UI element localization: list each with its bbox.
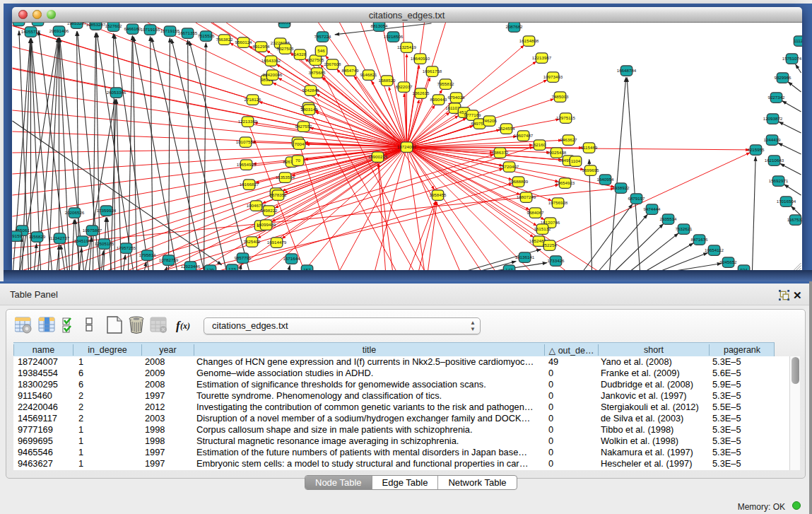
svg-text:10654112: 10654112 (704, 247, 724, 252)
svg-text:12923446: 12923446 (180, 264, 200, 269)
svg-text:9227342: 9227342 (767, 95, 785, 100)
svg-text:12505185: 12505185 (94, 241, 114, 246)
svg-text:1156829: 1156829 (28, 234, 45, 239)
svg-text:7955812: 7955812 (437, 81, 454, 86)
svg-text:6466160: 6466160 (124, 26, 141, 31)
svg-text:7386372: 7386372 (491, 150, 509, 155)
svg-text:157: 157 (303, 267, 311, 271)
svg-text:123: 123 (228, 267, 236, 271)
svg-text:9115469: 9115469 (580, 145, 597, 150)
svg-text:14328: 14328 (293, 52, 306, 57)
svg-text:9245652: 9245652 (719, 259, 737, 264)
svg-text:12342737: 12342737 (49, 235, 69, 240)
svg-text:18640910: 18640910 (410, 56, 430, 61)
svg-text:9427552: 9427552 (295, 124, 312, 129)
svg-text:1362615: 1362615 (412, 90, 430, 95)
svg-text:10853287: 10853287 (86, 23, 105, 27)
svg-text:16648784: 16648784 (616, 68, 636, 73)
svg-text:19218506: 19218506 (383, 34, 403, 39)
svg-text:14055712: 14055712 (20, 29, 40, 34)
svg-text:19654925: 19654925 (236, 162, 256, 167)
svg-text:924: 924 (740, 267, 748, 271)
svg-text:11353594: 11353594 (275, 175, 295, 180)
svg-text:10607487: 10607487 (513, 133, 533, 138)
svg-text:16961758: 16961758 (422, 69, 442, 74)
svg-text:16543362: 16543362 (261, 58, 281, 63)
svg-text:9474444: 9474444 (643, 206, 661, 211)
svg-text:9777169: 9777169 (464, 112, 481, 117)
svg-text:1958455: 1958455 (429, 192, 447, 197)
svg-text:16914479: 16914479 (266, 240, 286, 245)
svg-text:20206526: 20206526 (64, 210, 84, 215)
svg-text:546: 546 (317, 48, 325, 53)
svg-text:129: 129 (206, 267, 214, 271)
svg-text:16154808: 16154808 (519, 38, 539, 43)
svg-text:252254: 252254 (542, 243, 557, 247)
svg-text:22420046: 22420046 (262, 72, 282, 77)
svg-text:9327505: 9327505 (307, 57, 324, 62)
svg-text:18900215: 18900215 (367, 154, 387, 159)
svg-text:16031: 16031 (278, 23, 290, 25)
svg-text:6879197: 6879197 (628, 196, 645, 201)
svg-text:7485003: 7485003 (551, 94, 569, 99)
svg-text:1244419: 1244419 (763, 137, 781, 142)
svg-text:2718126: 2718126 (244, 97, 261, 102)
svg-text:9699695: 9699695 (582, 168, 599, 173)
svg-text:10975867: 10975867 (82, 228, 102, 233)
svg-text:7004: 7004 (294, 141, 304, 146)
svg-text:12213967: 12213967 (531, 55, 551, 60)
svg-text:8813054: 8813054 (370, 23, 388, 28)
svg-text:15720407: 15720407 (499, 164, 519, 169)
svg-text:19853287: 19853287 (66, 23, 86, 25)
svg-text:1527602: 1527602 (105, 23, 122, 28)
svg-text:10782759: 10782759 (158, 257, 178, 262)
svg-text:3875685: 3875685 (308, 70, 326, 75)
svg-text:16671355: 16671355 (177, 30, 197, 35)
svg-text:746206: 746206 (482, 118, 497, 123)
svg-text:9857791: 9857791 (234, 255, 252, 260)
svg-text:9560124: 9560124 (235, 40, 252, 45)
svg-text:10973493: 10973493 (543, 74, 563, 79)
svg-text:1588520: 1588520 (378, 78, 396, 83)
svg-text:8471676: 8471676 (690, 237, 708, 242)
svg-text:19654923: 19654923 (555, 180, 575, 185)
svg-text:10719155: 10719155 (160, 28, 180, 33)
svg-text:5327505: 5327505 (276, 46, 294, 51)
svg-text:3624554: 3624554 (498, 126, 515, 131)
svg-text:18724007: 18724007 (396, 144, 416, 149)
svg-text:10025438: 10025438 (546, 150, 566, 155)
svg-text:70: 70 (295, 158, 300, 163)
svg-text:11122: 11122 (794, 38, 802, 43)
svg-text:1640954: 1640954 (596, 177, 614, 182)
svg-text:8990443: 8990443 (430, 97, 447, 102)
svg-text:7625402: 7625402 (243, 239, 261, 244)
svg-text:2803144: 2803144 (300, 107, 318, 112)
svg-text:26053346: 26053346 (106, 90, 126, 95)
svg-text:1345194: 1345194 (73, 238, 91, 243)
svg-text:8678352: 8678352 (269, 192, 287, 197)
svg-text:7663822: 7663822 (216, 37, 233, 42)
svg-text:1795814: 1795814 (139, 252, 156, 257)
svg-text:2087682: 2087682 (505, 24, 523, 29)
svg-text:6794028: 6794028 (447, 95, 465, 100)
svg-text:19166827: 19166827 (239, 182, 259, 187)
svg-text:10107552: 10107552 (235, 139, 255, 144)
svg-text:39159: 39159 (12, 233, 23, 238)
svg-text:17016504: 17016504 (776, 199, 796, 204)
svg-text:62160: 62160 (533, 142, 546, 147)
svg-text:5498222: 5498222 (260, 208, 278, 213)
svg-text:7515526: 7515526 (197, 33, 215, 38)
svg-text:19756928: 19756928 (548, 200, 567, 205)
svg-text:5938922: 5938922 (612, 185, 630, 190)
svg-text:12975115: 12975115 (555, 115, 575, 120)
svg-text:11325419: 11325419 (396, 45, 416, 49)
svg-text:12213369: 12213369 (237, 119, 257, 124)
svg-text:1167533: 1167533 (787, 217, 801, 222)
svg-text:14136141: 14136141 (514, 255, 534, 259)
svg-text:1615132: 1615132 (534, 226, 551, 231)
svg-text:10719155: 10719155 (140, 27, 160, 32)
svg-text:8322037: 8322037 (395, 84, 413, 89)
svg-text:8215955: 8215955 (747, 147, 765, 152)
svg-text:9242848: 9242848 (302, 88, 319, 93)
svg-text:1571644: 1571644 (283, 256, 300, 261)
